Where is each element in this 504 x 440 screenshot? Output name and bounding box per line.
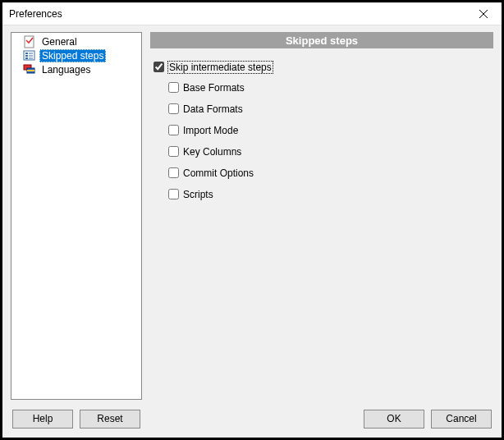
sidebar-item-label: Languages (39, 63, 93, 76)
page-icon (23, 35, 36, 48)
panel-content: Skip intermediate steps Base Formats Dat… (150, 48, 493, 400)
sidebar: General Skipped steps (11, 32, 142, 400)
ok-button[interactable]: OK (364, 410, 424, 429)
footer: Help Reset OK Cancel (2, 405, 502, 438)
checkbox-input[interactable] (168, 82, 179, 93)
panel-banner: Skipped steps (150, 32, 493, 48)
checkbox-label: Import Mode (183, 125, 238, 136)
sidebar-item-general[interactable]: General (11, 34, 141, 48)
checkbox-skip-intermediate[interactable]: Skip intermediate steps (153, 60, 488, 74)
steps-icon (23, 49, 36, 62)
checkbox-label: Key Columns (183, 146, 241, 158)
sidebar-item-languages[interactable]: Languages (11, 62, 141, 76)
checkbox-data-formats[interactable]: Data Formats (168, 102, 488, 116)
checkbox-input[interactable] (168, 189, 179, 199)
checkbox-input[interactable] (168, 125, 179, 135)
checkbox-scripts[interactable]: Scripts (168, 187, 488, 201)
window-title: Preferences (9, 8, 470, 20)
checkbox-commit-options[interactable]: Commit Options (168, 166, 488, 180)
cancel-button[interactable]: Cancel (431, 410, 492, 429)
preferences-window: Preferences General (2, 2, 502, 438)
checkbox-input[interactable] (153, 62, 164, 72)
reset-button[interactable]: Reset (80, 410, 140, 429)
sidebar-item-skipped-steps[interactable]: Skipped steps (11, 48, 141, 62)
titlebar: Preferences (2, 2, 502, 25)
help-button[interactable]: Help (12, 410, 73, 429)
svg-rect-12 (27, 70, 34, 71)
svg-rect-6 (25, 57, 28, 59)
dialog-body: General Skipped steps (2, 25, 502, 405)
checkbox-import-mode[interactable]: Import Mode (168, 123, 488, 137)
sidebar-item-label: General (39, 35, 80, 48)
sub-checkbox-list: Base Formats Data Formats Import Mode Ke… (168, 80, 488, 201)
svg-rect-4 (25, 53, 28, 54)
checkbox-label: Commit Options (183, 167, 254, 179)
svg-rect-5 (25, 55, 28, 57)
checkbox-label: Data Formats (183, 103, 243, 115)
checkbox-base-formats[interactable]: Base Formats (168, 80, 488, 94)
sidebar-item-label: Skipped steps (39, 49, 106, 62)
close-button[interactable] (470, 4, 497, 24)
main-panel: Skipped steps Skip intermediate steps Ba… (150, 32, 493, 400)
close-icon (479, 10, 488, 18)
checkbox-label: Skip intermediate steps (168, 62, 273, 73)
checkbox-label: Base Formats (183, 82, 245, 94)
flags-icon (23, 63, 36, 76)
checkbox-input[interactable] (168, 103, 179, 114)
checkbox-label: Scripts (183, 189, 213, 200)
checkbox-key-columns[interactable]: Key Columns (168, 144, 488, 158)
checkbox-input[interactable] (168, 146, 179, 157)
checkbox-input[interactable] (168, 167, 179, 178)
